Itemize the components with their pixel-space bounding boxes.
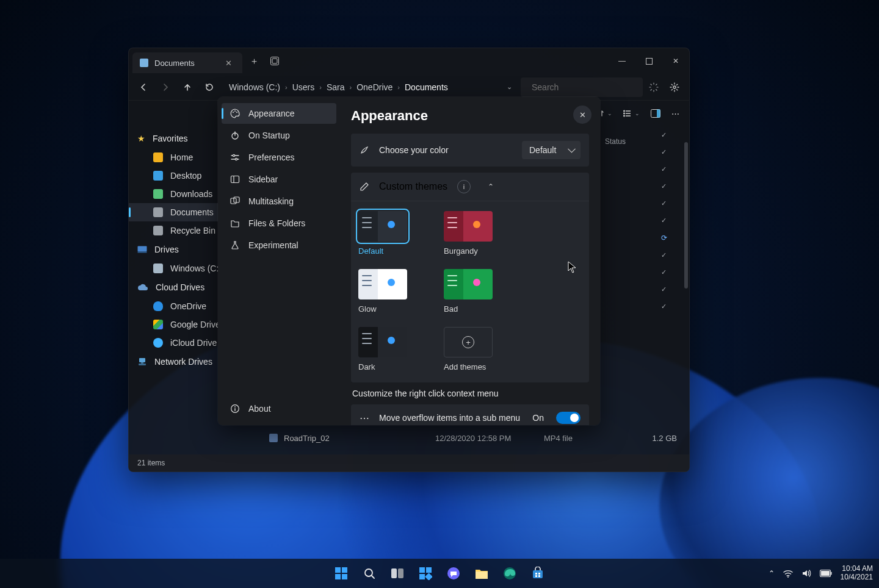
check-icon: ✓ xyxy=(661,199,667,207)
add-themes[interactable]: + Add themes xyxy=(444,327,499,371)
nav-about[interactable]: About xyxy=(222,398,336,419)
minimize-button[interactable]: — xyxy=(609,49,635,73)
svg-rect-45 xyxy=(342,574,347,579)
nav-sidebar[interactable]: Sidebar xyxy=(222,169,336,190)
maximize-button[interactable] xyxy=(635,49,662,73)
file-size: 1.2 GB xyxy=(640,434,677,443)
theme-dark[interactable]: Dark xyxy=(358,327,413,371)
chevron-up-icon[interactable]: ⌃ xyxy=(488,182,494,191)
breadcrumb-segment[interactable]: OneDrive xyxy=(356,82,392,92)
svg-line-9 xyxy=(656,89,657,90)
desktop-icon xyxy=(153,171,163,181)
close-button[interactable]: ✕ xyxy=(662,49,689,73)
check-icon: ✓ xyxy=(661,217,667,224)
svg-rect-50 xyxy=(426,567,432,573)
svg-rect-63 xyxy=(821,571,830,576)
start-button[interactable] xyxy=(329,561,353,586)
nav-multitasking[interactable]: Multitasking xyxy=(222,191,336,212)
search-button[interactable] xyxy=(357,561,382,586)
new-tab-button[interactable]: ＋ xyxy=(245,52,263,70)
theme-default[interactable]: Default xyxy=(358,211,413,256)
svg-rect-58 xyxy=(538,573,540,575)
forward-button[interactable] xyxy=(156,77,175,97)
close-tab-button[interactable]: ✕ xyxy=(222,56,235,70)
network-icon xyxy=(137,357,147,366)
nav-startup[interactable]: On Startup xyxy=(222,125,336,146)
clock[interactable]: 10:04 AM 10/4/2021 xyxy=(841,565,873,582)
scrollbar-thumb[interactable] xyxy=(684,142,688,289)
svg-rect-54 xyxy=(476,572,488,579)
settings-nav: Appearance On Startup Preferences Sideba… xyxy=(218,97,340,425)
breadcrumb[interactable]: Windows (C:)› Users› Sara› OneDrive› Doc… xyxy=(222,77,518,97)
chat-button[interactable] xyxy=(441,561,466,586)
settings-button[interactable] xyxy=(665,77,684,97)
cursor-icon xyxy=(568,261,576,273)
svg-rect-41 xyxy=(234,408,235,411)
palette-icon xyxy=(230,109,240,118)
preview-pane-button[interactable] xyxy=(647,104,664,123)
plus-icon: + xyxy=(462,336,474,348)
chevron-down-icon: ⌄ xyxy=(607,110,612,117)
icloud-icon xyxy=(153,338,163,348)
status-bar: 21 items xyxy=(129,454,689,471)
store-button[interactable] xyxy=(526,561,550,586)
themes-header[interactable]: Custom themes i ⌃ xyxy=(351,173,589,201)
task-view-button[interactable] xyxy=(385,561,410,586)
up-button[interactable] xyxy=(178,77,197,97)
svg-line-8 xyxy=(651,84,651,85)
item-count: 21 items xyxy=(137,459,165,467)
check-icon: ✓ xyxy=(661,148,667,156)
overflow-toggle[interactable] xyxy=(556,412,581,424)
svg-point-33 xyxy=(233,154,234,156)
breadcrumb-segment[interactable]: Documents xyxy=(405,82,448,92)
explorer-button[interactable] xyxy=(469,561,494,586)
svg-rect-2 xyxy=(646,58,652,64)
breadcrumb-segment[interactable]: Users xyxy=(292,82,315,92)
nav-preferences[interactable]: Preferences xyxy=(222,147,336,168)
svg-rect-51 xyxy=(419,574,425,579)
nav-files-folders[interactable]: Files & Folders xyxy=(222,213,336,234)
widgets-button[interactable] xyxy=(413,561,438,586)
battery-icon[interactable] xyxy=(820,570,832,577)
search-box[interactable] xyxy=(521,77,643,97)
breadcrumb-segment[interactable]: Windows (C:) xyxy=(229,82,280,92)
more-button[interactable]: ⋯ xyxy=(668,104,683,123)
tab-overview-button[interactable] xyxy=(266,52,284,70)
search-input[interactable] xyxy=(532,82,638,92)
tab-documents[interactable]: Documents ✕ xyxy=(132,52,242,73)
theme-name: Bad xyxy=(444,304,458,314)
svg-rect-25 xyxy=(139,364,146,365)
theme-burgandy[interactable]: Burgandy xyxy=(444,211,499,256)
context-menu-heading: Customize the right click context menu xyxy=(352,389,589,398)
file-icon xyxy=(269,434,278,442)
wifi-icon[interactable] xyxy=(783,569,793,578)
nav-appearance[interactable]: Appearance xyxy=(222,103,336,124)
svg-point-46 xyxy=(365,569,372,576)
overflow-label: Move overflow items into a sub menu xyxy=(379,413,523,423)
file-row[interactable]: RoadTrip_02 12/28/2020 12:58 PM MP4 file… xyxy=(269,430,677,446)
volume-icon[interactable] xyxy=(801,569,811,578)
tab-title: Documents xyxy=(154,59,215,68)
view-button[interactable]: ⌄ xyxy=(620,104,643,123)
pencil-icon xyxy=(360,182,369,192)
close-settings-button[interactable]: ✕ xyxy=(573,106,591,124)
theme-glow[interactable]: Glow xyxy=(358,269,413,314)
svg-point-40 xyxy=(234,406,236,407)
svg-rect-0 xyxy=(271,57,279,65)
flask-icon xyxy=(230,240,240,250)
svg-line-11 xyxy=(656,84,657,85)
nav-experimental[interactable]: Experimental xyxy=(222,235,336,256)
svg-rect-48 xyxy=(398,568,403,578)
theme-bad[interactable]: Bad xyxy=(444,269,499,314)
chevron-down-icon[interactable]: ⌄ xyxy=(507,83,512,91)
svg-rect-23 xyxy=(139,358,145,362)
refresh-button[interactable] xyxy=(200,77,219,97)
settings-dialog: Appearance On Startup Preferences Sideba… xyxy=(218,97,600,425)
breadcrumb-segment[interactable]: Sara xyxy=(327,82,345,92)
color-select[interactable]: Default xyxy=(522,141,581,159)
info-icon[interactable]: i xyxy=(457,180,471,193)
back-button[interactable] xyxy=(134,77,153,97)
edge-button[interactable] xyxy=(497,561,522,586)
trash-icon xyxy=(153,226,163,235)
tray-chevron-icon[interactable]: ⌃ xyxy=(769,569,775,578)
